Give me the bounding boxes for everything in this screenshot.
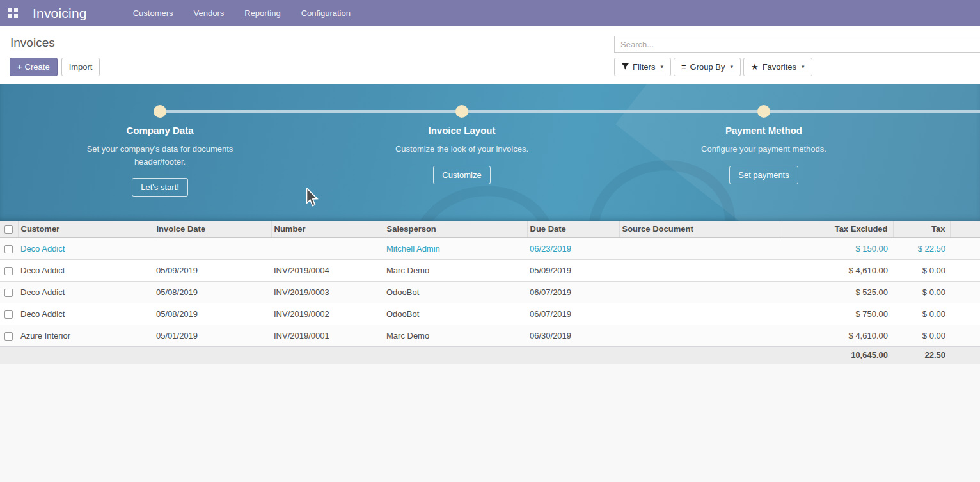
plus-icon: +	[17, 62, 22, 72]
customer-cell[interactable]: Deco Addict	[18, 237, 154, 259]
number-cell[interactable]: INV/2019/0002	[271, 303, 384, 325]
salesperson-cell[interactable]: OdooBot	[384, 281, 527, 303]
source-document-cell[interactable]	[619, 325, 782, 346]
filter-bar: Filters ▾ ≡ Group By ▾ ★ Favorites ▾	[614, 58, 812, 76]
column-header-filler	[950, 221, 980, 237]
filters-button[interactable]: Filters ▾	[614, 58, 671, 76]
due-date-cell[interactable]: 05/09/2019	[527, 259, 619, 281]
nav-item-reporting[interactable]: Reporting	[234, 0, 290, 26]
column-header-source-document[interactable]: Source Document	[619, 221, 782, 237]
source-document-cell[interactable]	[619, 259, 782, 281]
row-checkbox[interactable]	[4, 332, 13, 341]
step-dot-invoice-layout	[455, 105, 468, 118]
onboarding-progress-line	[160, 110, 980, 113]
tax-cell[interactable]: $ 0.00	[893, 281, 950, 303]
tax-excluded-cell[interactable]: $ 750.00	[782, 303, 893, 325]
number-cell[interactable]: INV/2019/0001	[271, 325, 384, 346]
onboarding-step-invoice-layout: Invoice Layout Customize the look of you…	[360, 125, 564, 184]
star-icon: ★	[751, 61, 759, 72]
invoice-date-cell[interactable]: 05/08/2019	[154, 303, 271, 325]
customer-cell[interactable]: Azure Interior	[18, 325, 154, 346]
row-checkbox[interactable]	[4, 245, 13, 253]
totals-row: 10,645.00 22.50	[0, 346, 980, 364]
invoice-list: Customer Invoice Date Number Salesperson…	[0, 221, 980, 364]
apps-grid-icon[interactable]	[8, 8, 18, 18]
step-dot-company-data	[154, 105, 166, 118]
onboarding-step-company-data: Company Data Set your company's data for…	[58, 125, 262, 197]
tax-cell[interactable]: $ 0.00	[893, 259, 950, 281]
customize-button[interactable]: Customize	[433, 166, 490, 184]
tax-excluded-cell[interactable]: $ 4,610.00	[782, 325, 893, 346]
source-document-cell[interactable]	[619, 281, 782, 303]
customer-cell[interactable]: Deco Addict	[18, 281, 154, 303]
table-row[interactable]: Deco Addict05/08/2019INV/2019/0003OdooBo…	[0, 281, 980, 303]
salesperson-cell[interactable]: Marc Demo	[384, 325, 527, 346]
row-checkbox[interactable]	[4, 289, 13, 297]
chevron-down-icon: ▾	[660, 61, 663, 72]
app-title[interactable]: Invoicing	[33, 6, 87, 21]
column-header-invoice-date[interactable]: Invoice Date	[154, 221, 271, 237]
total-tax-excluded: 10,645.00	[782, 346, 893, 364]
step-dot-payment-method	[757, 105, 770, 118]
nav-item-configuration[interactable]: Configuration	[291, 0, 361, 26]
due-date-cell[interactable]: 06/30/2019	[527, 325, 619, 346]
invoice-table-body: Deco AddictMitchell Admin06/23/2019$ 150…	[0, 237, 980, 346]
customer-cell[interactable]: Deco Addict	[18, 259, 154, 281]
filler-cell	[950, 237, 980, 259]
invoice-table: Customer Invoice Date Number Salesperson…	[0, 221, 980, 364]
nav-item-vendors[interactable]: Vendors	[184, 0, 235, 26]
chevron-down-icon: ▾	[802, 61, 805, 72]
row-select-cell	[0, 259, 18, 281]
step-description: Configure your payment methods.	[688, 143, 840, 156]
table-row[interactable]: Deco Addict05/08/2019INV/2019/0002OdooBo…	[0, 303, 980, 325]
column-header-tax-excluded[interactable]: Tax Excluded	[782, 221, 893, 237]
mouse-cursor	[306, 188, 321, 210]
table-row[interactable]: Azure Interior05/01/2019INV/2019/0001Mar…	[0, 325, 980, 346]
source-document-cell[interactable]	[619, 303, 782, 325]
set-payments-button[interactable]: Set payments	[729, 166, 798, 184]
favorites-button[interactable]: ★ Favorites ▾	[743, 58, 812, 76]
filler-cell	[950, 325, 980, 346]
column-header-due-date[interactable]: Due Date	[527, 221, 619, 237]
number-cell[interactable]: INV/2019/0004	[271, 259, 384, 281]
salesperson-cell[interactable]: Mitchell Admin	[384, 237, 527, 259]
create-button[interactable]: +Create	[10, 58, 58, 76]
due-date-cell[interactable]: 06/07/2019	[527, 303, 619, 325]
invoice-date-cell[interactable]: 05/08/2019	[154, 281, 271, 303]
invoice-date-cell[interactable]: 05/09/2019	[154, 259, 271, 281]
invoice-date-cell[interactable]: 05/01/2019	[154, 325, 271, 346]
import-button[interactable]: Import	[61, 58, 100, 76]
tax-excluded-cell[interactable]: $ 4,610.00	[782, 259, 893, 281]
salesperson-cell[interactable]: OdooBot	[384, 303, 527, 325]
number-cell[interactable]: INV/2019/0003	[271, 281, 384, 303]
step-title: Invoice Layout	[360, 125, 564, 136]
customer-cell[interactable]: Deco Addict	[18, 303, 154, 325]
salesperson-cell[interactable]: Marc Demo	[384, 259, 527, 281]
invoice-date-cell[interactable]	[154, 237, 271, 259]
due-date-cell[interactable]: 06/07/2019	[527, 281, 619, 303]
number-cell[interactable]	[271, 237, 384, 259]
row-checkbox[interactable]	[4, 310, 13, 319]
search-input[interactable]	[614, 36, 980, 53]
tax-cell[interactable]: $ 0.00	[893, 325, 950, 346]
column-header-tax[interactable]: Tax	[893, 221, 950, 237]
totals-spacer	[0, 346, 782, 364]
column-header-salesperson[interactable]: Salesperson	[384, 221, 527, 237]
source-document-cell[interactable]	[619, 237, 782, 259]
tax-cell[interactable]: $ 0.00	[893, 303, 950, 325]
table-row[interactable]: Deco AddictMitchell Admin06/23/2019$ 150…	[0, 237, 980, 259]
row-checkbox[interactable]	[4, 267, 13, 275]
tax-excluded-cell[interactable]: $ 525.00	[782, 281, 893, 303]
select-all-checkbox[interactable]	[4, 225, 13, 234]
due-date-cell[interactable]: 06/23/2019	[527, 237, 619, 259]
table-row[interactable]: Deco Addict05/09/2019INV/2019/0004Marc D…	[0, 259, 980, 281]
group-by-button[interactable]: ≡ Group By ▾	[674, 58, 741, 76]
tax-excluded-cell[interactable]: $ 150.00	[782, 237, 893, 259]
column-header-customer[interactable]: Customer	[18, 221, 154, 237]
step-description: Set your company's data for documents he…	[84, 143, 236, 168]
column-header-number[interactable]: Number	[271, 221, 384, 237]
filler-cell	[950, 303, 980, 325]
tax-cell[interactable]: $ 22.50	[893, 237, 950, 259]
nav-item-customers[interactable]: Customers	[123, 0, 184, 26]
lets-start-button[interactable]: Let's start!	[132, 178, 188, 197]
